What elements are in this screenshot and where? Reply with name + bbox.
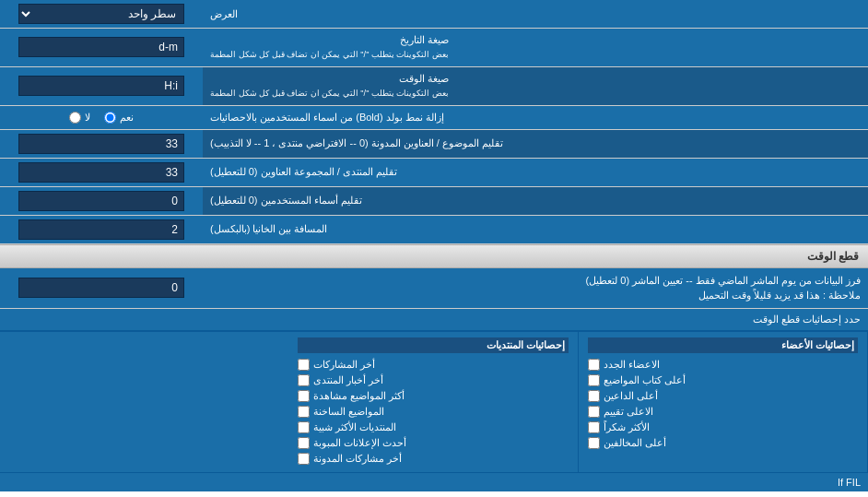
radio-no-label: لا bbox=[85, 112, 90, 124]
cb-latest-classifieds[interactable]: أحدث الإعلانات المبوبة bbox=[298, 435, 568, 451]
time-format-input[interactable] bbox=[18, 76, 184, 96]
spacing-input[interactable] bbox=[18, 219, 184, 240]
radio-no-group[interactable]: لا bbox=[69, 112, 90, 124]
spacing-input-cell[interactable] bbox=[0, 216, 203, 243]
checkbox-last-posts[interactable] bbox=[298, 359, 310, 371]
bold-remove-label: إزالة نمط بولد (Bold) من اسماء المستخدمي… bbox=[203, 106, 868, 129]
radio-no[interactable] bbox=[69, 112, 81, 124]
checkbox-top-inviters[interactable] bbox=[588, 390, 600, 402]
time-format-input-cell[interactable] bbox=[0, 67, 203, 105]
radio-yes[interactable] bbox=[104, 112, 116, 124]
limit-row: حدد إحصائيات قطع الوقت bbox=[0, 309, 868, 331]
cutoff-section-header: قطع الوقت bbox=[0, 244, 868, 268]
cb-most-similar[interactable]: المنتديات الأكثر شبية bbox=[298, 420, 568, 435]
time-format-label: صيغة الوقتبعض التكوينات يتطلب "/" التي ي… bbox=[203, 67, 868, 105]
spacing-label: المسافة بين الخانيا (بالبكسل) bbox=[203, 216, 868, 243]
date-format-input-cell[interactable] bbox=[0, 29, 203, 66]
cb-last-posts[interactable]: أخر المشاركات bbox=[298, 357, 568, 373]
date-format-label: صيغة التاريخبعض التكوينات يتطلب "/" التي… bbox=[203, 29, 868, 66]
checkbox-new-members[interactable] bbox=[588, 359, 600, 371]
cb-most-viewed[interactable]: أكثر المواضيع مشاهدة bbox=[298, 388, 568, 404]
members-stats-title: إحصائيات الأعضاء bbox=[781, 339, 854, 350]
bold-radio-cell[interactable]: نعم لا bbox=[0, 106, 203, 129]
display-select-cell[interactable]: سطر واحد سطرين ثلاثة أسطر bbox=[0, 0, 203, 28]
checkbox-most-similar[interactable] bbox=[298, 421, 310, 433]
username-trim-input[interactable] bbox=[18, 191, 184, 211]
forum-trim-label: تقليم المنتدى / المجموعة العناوين (0 للت… bbox=[203, 159, 868, 186]
checkbox-last-news[interactable] bbox=[298, 374, 310, 386]
radio-yes-group[interactable]: نعم bbox=[104, 112, 134, 124]
checkbox-most-viewed[interactable] bbox=[298, 390, 310, 402]
checkbox-most-thanked[interactable] bbox=[588, 421, 600, 433]
cb-top-infracted[interactable]: أعلى المخالفين bbox=[588, 435, 858, 451]
checkbox-top-infracted[interactable] bbox=[588, 437, 600, 449]
checkbox-top-rated[interactable] bbox=[588, 406, 600, 418]
cb-top-rated[interactable]: الاعلى تقييم bbox=[588, 404, 858, 420]
cb-top-posters[interactable]: أعلى كتاب المواضيع bbox=[588, 373, 858, 388]
checkbox-hot-topics[interactable] bbox=[298, 406, 310, 418]
subject-trim-input-cell[interactable] bbox=[0, 130, 203, 158]
display-select[interactable]: سطر واحد سطرين ثلاثة أسطر bbox=[18, 4, 184, 24]
date-format-input[interactable] bbox=[18, 37, 184, 57]
subject-trim-label: تقليم الموضوع / العناوين المدونة (0 -- ا… bbox=[203, 130, 868, 158]
cutoff-input[interactable] bbox=[18, 278, 184, 298]
cb-most-thanked[interactable]: الأكثر شكراً bbox=[588, 420, 858, 435]
cutoff-input-cell[interactable] bbox=[0, 268, 203, 308]
checkbox-last-blog-posts[interactable] bbox=[298, 453, 310, 465]
bottom-note: If FIL bbox=[838, 477, 861, 488]
username-trim-label: تقليم أسماء المستخدمين (0 للتعطيل) bbox=[203, 187, 868, 215]
cb-last-news[interactable]: أخر أخبار المنتدى bbox=[298, 373, 568, 388]
forums-stats-title: إحصائيات المنتديات bbox=[487, 339, 565, 350]
checkbox-latest-classifieds[interactable] bbox=[298, 437, 310, 449]
cb-top-inviters[interactable]: أعلى الداعين bbox=[588, 388, 858, 404]
cutoff-label: فرز البيانات من يوم الماشر الماضي فقط --… bbox=[203, 268, 868, 308]
cb-new-members[interactable]: الاعضاء الجدد bbox=[588, 357, 858, 373]
radio-yes-label: نعم bbox=[120, 112, 134, 124]
forum-trim-input[interactable] bbox=[18, 162, 184, 183]
cb-last-blog-posts[interactable]: أخر مشاركات المدونة bbox=[298, 451, 568, 467]
subject-trim-input[interactable] bbox=[18, 134, 184, 154]
limit-label: حدد إحصائيات قطع الوقت bbox=[753, 314, 861, 325]
checkbox-top-posters[interactable] bbox=[588, 374, 600, 386]
header-label: العرض bbox=[203, 0, 868, 28]
cb-hot-topics[interactable]: المواضيع الساخنة bbox=[298, 404, 568, 420]
forum-trim-input-cell[interactable] bbox=[0, 159, 203, 186]
username-trim-input-cell[interactable] bbox=[0, 187, 203, 215]
